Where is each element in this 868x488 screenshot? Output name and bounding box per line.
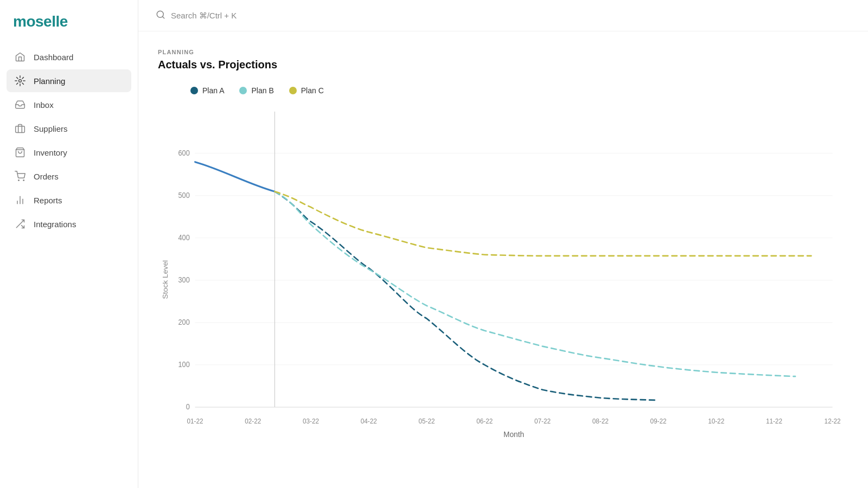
- svg-text:09-22: 09-22: [650, 417, 666, 425]
- svg-point-3: [18, 180, 20, 181]
- sidebar-item-label: Dashboard: [34, 53, 73, 62]
- home-icon: [14, 51, 26, 63]
- sidebar-item-label: Orders: [34, 172, 59, 181]
- legend-plan-a: Plan A: [190, 86, 224, 95]
- sidebar-item-label: Inbox: [34, 100, 54, 110]
- section-label: PLANNING: [158, 49, 848, 55]
- search-placeholder: Search ⌘/Ctrl + K: [171, 11, 237, 21]
- legend-plan-b: Plan B: [239, 86, 273, 95]
- svg-text:01-22: 01-22: [187, 417, 203, 425]
- legend-dot-plan-c: [289, 87, 297, 94]
- svg-text:02-22: 02-22: [245, 417, 261, 425]
- inbox-icon: [14, 99, 26, 111]
- sidebar-item-dashboard[interactable]: Dashboard: [7, 46, 131, 68]
- svg-text:500: 500: [178, 191, 190, 200]
- sidebar-item-inbox[interactable]: Inbox: [7, 93, 131, 116]
- app-logo: moselle: [0, 13, 138, 46]
- sidebar-item-inventory[interactable]: Inventory: [7, 141, 131, 164]
- svg-text:0: 0: [186, 403, 190, 412]
- planning-icon: [14, 75, 26, 87]
- svg-text:05-22: 05-22: [418, 417, 435, 425]
- sidebar-item-orders[interactable]: Orders: [7, 165, 131, 188]
- svg-text:Stock Level: Stock Level: [161, 260, 169, 299]
- sidebar-item-integrations[interactable]: Integrations: [7, 213, 131, 235]
- sidebar-item-label: Inventory: [34, 148, 67, 157]
- svg-text:04-22: 04-22: [361, 417, 377, 425]
- sidebar: moselle Dashboard Planning: [0, 0, 138, 488]
- sidebar-item-reports[interactable]: Reports: [7, 189, 131, 211]
- search-bar[interactable]: Search ⌘/Ctrl + K: [138, 0, 868, 31]
- legend-label-plan-c: Plan C: [301, 86, 324, 95]
- sidebar-item-label: Reports: [34, 196, 62, 205]
- svg-text:10-22: 10-22: [708, 417, 724, 425]
- svg-line-11: [162, 16, 164, 18]
- legend-dot-plan-b: [239, 87, 247, 94]
- sidebar-item-label: Suppliers: [34, 124, 68, 133]
- search-icon: [156, 10, 165, 21]
- svg-text:03-22: 03-22: [303, 417, 319, 425]
- svg-text:600: 600: [178, 149, 190, 157]
- suppliers-icon: [14, 123, 26, 134]
- orders-icon: [14, 170, 26, 182]
- svg-text:Month: Month: [503, 430, 524, 439]
- svg-text:06-22: 06-22: [476, 417, 493, 425]
- legend-label-plan-a: Plan A: [202, 86, 224, 95]
- svg-text:12-22: 12-22: [825, 417, 841, 425]
- chart-container: Plan A Plan B Plan C: [158, 86, 848, 455]
- legend-dot-plan-a: [190, 87, 198, 94]
- sidebar-nav: Dashboard Planning Inbox: [0, 46, 138, 235]
- svg-point-4: [23, 180, 24, 181]
- sidebar-item-label: Integrations: [34, 220, 76, 229]
- legend-plan-c: Plan C: [289, 86, 324, 95]
- svg-point-0: [19, 80, 22, 82]
- reports-icon: [14, 194, 26, 206]
- sidebar-item-label: Planning: [34, 76, 65, 86]
- svg-text:400: 400: [178, 233, 190, 242]
- svg-rect-1: [16, 126, 25, 133]
- sidebar-item-planning[interactable]: Planning: [7, 69, 131, 92]
- svg-text:100: 100: [178, 361, 190, 369]
- svg-text:11-22: 11-22: [766, 417, 782, 425]
- main-content: Search ⌘/Ctrl + K PLANNING Actuals vs. P…: [138, 0, 868, 488]
- chart-svg: 0 100 200 300 400 500 600 Stock Level 01…: [158, 106, 848, 442]
- page-title: Actuals vs. Projections: [158, 59, 848, 71]
- svg-text:08-22: 08-22: [592, 417, 609, 425]
- legend-label-plan-b: Plan B: [251, 86, 273, 95]
- integrations-icon: [14, 218, 26, 230]
- svg-text:200: 200: [178, 318, 190, 327]
- sidebar-item-suppliers[interactable]: Suppliers: [7, 117, 131, 140]
- chart-legend: Plan A Plan B Plan C: [158, 86, 848, 95]
- content-area: PLANNING Actuals vs. Projections Plan A …: [138, 31, 868, 488]
- svg-text:300: 300: [178, 276, 190, 285]
- svg-text:07-22: 07-22: [534, 417, 551, 425]
- inventory-icon: [14, 146, 26, 158]
